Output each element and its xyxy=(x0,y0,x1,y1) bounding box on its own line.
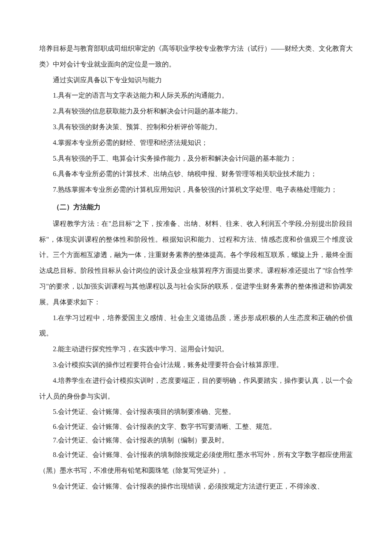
intro-item-5: 5.具有较强的手工、电算会计实务操作能力，及分析和解决会计问题的基本能力； xyxy=(39,151,353,167)
intro-item-1: 1.具有一定的语言与文字表达能力和人际关系的沟通能力。 xyxy=(39,88,353,104)
intro-item-2: 2.具有较强的信息获取能力及分析和解决会计问题的基本能力。 xyxy=(39,104,353,119)
intro-item-7: 7.熟练掌握本专业所必需的计算机应用知识，具备较强的计算机文字处理、电子表格处理… xyxy=(39,182,353,198)
intro-item-3: 3.具有较强的财务决策、预算、控制和分析评价等能力。 xyxy=(39,119,353,135)
intro-item-4: 4.掌握本专业所必需的财经、管理和经济法规知识； xyxy=(39,135,353,151)
intro-paragraph-1: 培养目标是与教育部职成司组织审定的《高等职业学校专业教学方法（试行）——财经大类… xyxy=(39,41,353,72)
section-2-title: （二）方法能力 xyxy=(39,199,353,215)
section-2-item-2: 2.能主动进行探究性学习，在实践中学习、运用会计知识。 xyxy=(39,341,353,357)
section-2-item-4: 4.培养学生在进行会计模拟实训时，态度要端正，目的要明确，作风要踏实，操作要认真… xyxy=(39,373,353,405)
section-2-item-7: 7.会计凭证、会计账簿、会计报表的填制（编制）要及时。 xyxy=(39,434,353,447)
section-2-item-9: 9.会计凭证、会计账簿、会计报表的操作出现错误，必须按规定方法进行更正，不得涂改… xyxy=(39,479,353,494)
document-page: 培养目标是与教育部职成司组织审定的《高等职业学校专业教学方法（试行）——财经大类… xyxy=(0,0,392,555)
intro-item-6: 6.具备本专业所必需的计算技术、出纳点钞、纳税申报、财务管理等相关职业技术能力； xyxy=(39,166,353,182)
section-2-item-6: 6.会计凭证、会计账簿、会计报表的文字、数字书写要清晰、工整、规范。 xyxy=(39,420,353,434)
section-2-item-5: 5.会计凭证、会计账簿、会计报表项目的填制要准确、完整。 xyxy=(39,404,353,420)
section-2-item-1: 1.在学习过程中，培养爱国主义感情、社会主义道德品质，逐步形成积极的人生态度和正… xyxy=(39,310,353,342)
section-2-item-3: 3.会计模拟实训的操作过程要符合会计法规，账务处理要符合会计核算原理。 xyxy=(39,357,353,373)
section-2-paragraph-1: 课程教学方法：在"总目标"之下，按准备、出纳、材料、往来、收入利润五个学段,分别… xyxy=(39,216,353,310)
section-2-item-8: 8.会计凭证、会计账簿、会计报表的填制除按规定必须使用红墨水书写外，所有文字数字… xyxy=(39,447,353,479)
intro-paragraph-2: 通过实训应具备以下专业知识与能力 xyxy=(39,72,353,88)
